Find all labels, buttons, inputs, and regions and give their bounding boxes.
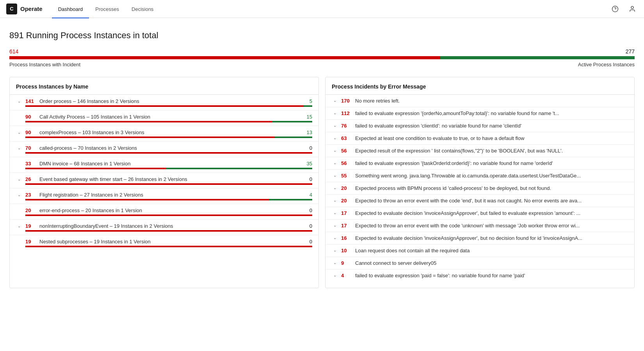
process-bar <box>25 230 312 232</box>
process-item-2: ⌄ 90 complexProcess – 103 Instances in 3… <box>10 126 318 142</box>
process-bar <box>25 152 312 154</box>
process-bar <box>25 214 312 216</box>
incident-message[interactable]: Expected to throw an error event with th… <box>355 223 628 229</box>
progress-bar-red <box>9 56 440 59</box>
incident-count: 23 <box>25 192 36 198</box>
incident-count: 63 <box>341 135 352 141</box>
incident-count: 112 <box>341 110 352 116</box>
process-name[interactable]: Flight registration – 27 Instances in 2 … <box>39 192 300 198</box>
incident-expand-icon[interactable]: ⌄ <box>332 273 338 277</box>
incident-count: 9 <box>341 260 352 266</box>
progress-labels: 614 277 <box>9 48 635 55</box>
process-name[interactable]: complexProcess – 103 Instances in 3 Vers… <box>39 129 300 135</box>
incident-count: 90 <box>25 114 36 120</box>
process-row: ⌄ 19 nonInterruptingBoundaryEvent – 19 I… <box>16 223 312 229</box>
processes-panel: Process Instances by Name ⌄ 141 Order pr… <box>9 77 319 288</box>
process-row: ⌄ 90 complexProcess – 103 Instances in 3… <box>16 129 312 135</box>
incident-message[interactable]: No more retries left. <box>355 98 628 104</box>
expand-icon[interactable]: ⌄ <box>16 191 22 198</box>
content-grid: Process Instances by Name ⌄ 141 Order pr… <box>9 77 635 288</box>
process-row: ⌄ 141 Order process – 146 Instances in 2… <box>16 98 312 104</box>
incident-subtitle: Process Instances with Incident <box>9 62 80 67</box>
incident-item-14: ⌄ 4 failed to evaluate expression 'paid … <box>326 269 634 282</box>
incident-count-label: 614 <box>9 48 18 55</box>
incident-expand-icon[interactable]: ⌄ <box>332 161 338 165</box>
active-count: 13 <box>303 129 312 135</box>
process-name[interactable]: Nested subprocesses – 19 Instances in 1 … <box>39 239 300 245</box>
incident-expand-icon[interactable]: ⌄ <box>332 123 338 128</box>
incident-expand-icon[interactable]: ⌄ <box>332 186 338 190</box>
tab-processes[interactable]: Processes <box>89 0 125 18</box>
process-name[interactable]: DMN invoice – 68 Instances in 1 Version <box>39 161 300 167</box>
incident-message[interactable]: Something went wrong. java.lang.Throwabl… <box>355 173 628 179</box>
process-bar <box>25 183 312 185</box>
incident-count: 55 <box>341 173 352 179</box>
incident-expand-icon[interactable]: ⌄ <box>332 261 338 265</box>
expand-icon <box>16 207 22 213</box>
expand-icon[interactable]: ⌄ <box>16 145 22 151</box>
process-name[interactable]: Event based gateway with timer start – 2… <box>39 176 300 182</box>
process-name[interactable]: Call Activity Process – 105 Instances in… <box>39 114 300 120</box>
incident-count: 17 <box>341 210 352 216</box>
active-count-label: 277 <box>626 48 635 55</box>
incident-message[interactable]: failed to evaluate expression 'paid = fa… <box>355 273 628 278</box>
incident-expand-icon[interactable]: ⌄ <box>332 111 338 115</box>
expand-icon[interactable]: ⌄ <box>16 176 22 182</box>
incident-expand-icon[interactable]: ⌄ <box>332 211 338 215</box>
process-list: ⌄ 141 Order process – 146 Instances in 2… <box>10 95 318 250</box>
incident-message[interactable]: failed to evaluate expression 'clientId'… <box>355 123 628 129</box>
incident-expand-icon[interactable]: ⌄ <box>332 223 338 227</box>
progress-subtitles: Process Instances with Incident Active P… <box>9 62 635 67</box>
tab-decisions[interactable]: Decisions <box>125 0 160 18</box>
process-bar <box>25 199 312 200</box>
incident-count: 4 <box>341 273 352 278</box>
incident-item-8: ⌄ 20 Expected to throw an error event wi… <box>326 195 634 207</box>
process-item-6: ⌄ 23 Flight registration – 27 Instances … <box>10 188 318 204</box>
incident-message[interactable]: failed to evaluate expression '{taskOrde… <box>355 160 628 166</box>
incident-expand-icon[interactable]: ⌄ <box>332 248 338 252</box>
process-name[interactable]: nonInterruptingBoundaryEvent – 19 Instan… <box>39 223 300 229</box>
incident-item-3: ⌄ 63 Expected at least one condition to … <box>326 132 634 145</box>
incident-expand-icon[interactable]: ⌄ <box>332 198 338 202</box>
process-name[interactable]: Order process – 146 Instances in 2 Versi… <box>39 98 300 104</box>
expand-icon[interactable]: ⌄ <box>16 98 22 104</box>
incident-item-13: ⌄ 9 Cannot connect to server delivery05 <box>326 257 634 269</box>
incident-expand-icon[interactable]: ⌄ <box>332 236 338 240</box>
user-icon[interactable] <box>627 4 638 14</box>
process-row: ⌄ 23 Flight registration – 27 Instances … <box>16 191 312 198</box>
incident-message[interactable]: Expected result of the expression ' list… <box>355 148 628 154</box>
incident-message[interactable]: Expected to throw an error event with th… <box>355 198 628 204</box>
incident-message[interactable]: failed to evaluate expression '{orderNo,… <box>355 110 628 116</box>
process-name[interactable]: called-process – 70 Instances in 2 Versi… <box>39 145 300 151</box>
process-item-9: 19 Nested subprocesses – 19 Instances in… <box>10 235 318 250</box>
incident-message[interactable]: Expected to evaluate decision 'invoiceAs… <box>355 235 628 241</box>
incident-message[interactable]: Expected at least one condition to evalu… <box>355 135 628 141</box>
process-item-7: 20 error-end-process – 20 Instances in 1… <box>10 204 318 220</box>
process-row: 33 DMN invoice – 68 Instances in 1 Versi… <box>16 160 312 167</box>
help-icon[interactable] <box>610 4 621 14</box>
incident-expand-icon[interactable]: ⌄ <box>332 173 338 177</box>
active-count: 4 <box>303 192 312 198</box>
incident-expand-icon[interactable]: ⌄ <box>332 148 338 152</box>
process-row: 19 Nested subprocesses – 19 Instances in… <box>16 238 312 245</box>
active-subtitle: Active Process Instances <box>578 62 635 67</box>
active-count: 0 <box>303 176 312 182</box>
brand-name: Operate <box>20 5 43 12</box>
tab-dashboard[interactable]: Dashboard <box>52 0 89 18</box>
incident-message[interactable]: Expected process with BPMN process id 'c… <box>355 185 628 191</box>
incident-expand-icon[interactable]: ⌄ <box>332 98 338 103</box>
incident-item-7: ⌄ 20 Expected process with BPMN process … <box>326 182 634 195</box>
active-count: 5 <box>303 98 312 104</box>
incident-count: 90 <box>25 129 36 135</box>
expand-icon[interactable]: ⌄ <box>16 223 22 229</box>
incident-message[interactable]: Loan request does not contain all the re… <box>355 248 628 254</box>
incident-message[interactable]: Expected to evaluate decision 'invoiceAs… <box>355 210 628 216</box>
process-name[interactable]: error-end-process – 20 Instances in 1 Ve… <box>39 207 300 213</box>
process-item-0: ⌄ 141 Order process – 146 Instances in 2… <box>10 95 318 110</box>
incident-expand-icon[interactable]: ⌄ <box>332 136 338 140</box>
process-bar <box>25 121 312 122</box>
expand-icon[interactable]: ⌄ <box>16 129 22 135</box>
page-title: 891 Running Process Instances in total <box>9 30 635 41</box>
incident-message[interactable]: Cannot connect to server delivery05 <box>355 260 628 266</box>
incident-item-11: ⌄ 16 Expected to evaluate decision 'invo… <box>326 232 634 245</box>
